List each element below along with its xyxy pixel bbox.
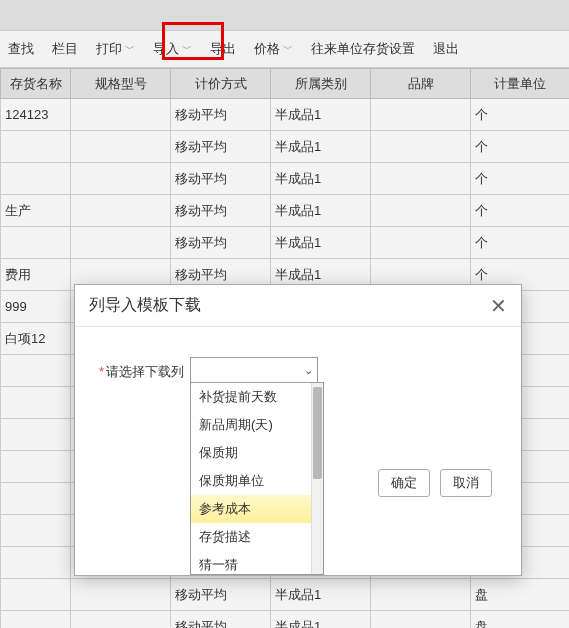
- field-label: *请选择下载列: [99, 363, 184, 381]
- dropdown-option[interactable]: 猜一猜: [191, 551, 323, 574]
- scrollbar[interactable]: [311, 383, 323, 574]
- dropdown-option[interactable]: 保质期: [191, 439, 323, 467]
- close-icon[interactable]: ✕: [490, 294, 507, 318]
- required-asterisk: *: [99, 364, 104, 379]
- select-dropdown: 补货提前天数新品周期(天)保质期保质期单位参考成本存货描述猜一猜: [190, 382, 324, 575]
- dropdown-option[interactable]: 参考成本: [191, 495, 323, 523]
- dropdown-option[interactable]: 补货提前天数: [191, 383, 323, 411]
- ok-button[interactable]: 确定: [378, 469, 430, 497]
- cancel-button[interactable]: 取消: [440, 469, 492, 497]
- dropdown-option[interactable]: 保质期单位: [191, 467, 323, 495]
- chevron-down-icon: ⌄: [304, 364, 313, 377]
- download-column-select[interactable]: ⌄: [190, 357, 318, 383]
- column-import-template-dialog: 列导入模板下载 ✕ *请选择下载列 ⌄ 补货提前天数新品周期(天)保质期保质期单…: [74, 284, 522, 576]
- dialog-title: 列导入模板下载: [89, 295, 201, 316]
- scrollbar-thumb[interactable]: [313, 387, 322, 479]
- dropdown-option[interactable]: 新品周期(天): [191, 411, 323, 439]
- dropdown-option[interactable]: 存货描述: [191, 523, 323, 551]
